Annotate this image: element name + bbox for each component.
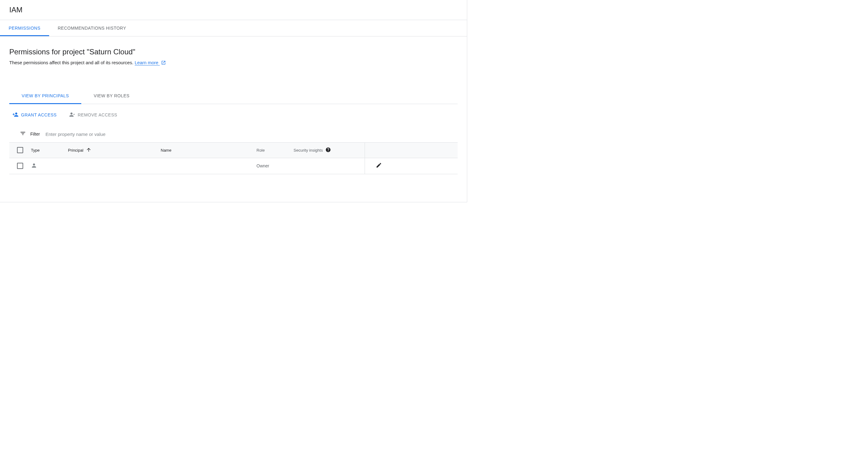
filter-label: Filter <box>30 132 40 136</box>
tab-recommendations-history[interactable]: RECOMMENDATIONS HISTORY <box>49 20 135 36</box>
grant-access-label: GRANT ACCESS <box>21 112 57 117</box>
view-tabs: VIEW BY PRINCIPALS VIEW BY ROLES <box>9 88 458 104</box>
header-type[interactable]: Type <box>31 148 68 153</box>
table-header-row: Type Principal Name Role Security insigh… <box>9 142 458 158</box>
external-link-icon <box>161 60 166 66</box>
filter-bar: Filter <box>0 126 467 142</box>
header-principal[interactable]: Principal <box>68 147 161 154</box>
table-row: Owner <box>9 158 458 174</box>
filter-input[interactable] <box>44 130 458 138</box>
header-security-insights[interactable]: Security insights <box>293 147 365 154</box>
learn-more-label: Learn more <box>135 60 158 65</box>
header-insights-label: Security insights <box>293 148 323 153</box>
top-tabs: PERMISSIONS RECOMMENDATIONS HISTORY <box>0 20 467 36</box>
tab-view-by-principals[interactable]: VIEW BY PRINCIPALS <box>9 88 81 104</box>
page-title: IAM <box>0 0 467 20</box>
help-icon[interactable] <box>326 147 331 154</box>
grant-access-button[interactable]: GRANT ACCESS <box>12 110 57 120</box>
tab-permissions[interactable]: PERMISSIONS <box>0 20 49 36</box>
section-description: These permissions affect this project an… <box>0 60 467 66</box>
remove-access-label: REMOVE ACCESS <box>78 112 117 117</box>
row-role-cell: Owner <box>256 163 293 168</box>
tab-view-by-roles[interactable]: VIEW BY ROLES <box>81 88 142 104</box>
select-all-checkbox[interactable] <box>17 147 23 153</box>
description-text: These permissions affect this project an… <box>9 60 133 65</box>
header-role[interactable]: Role <box>256 148 293 153</box>
person-remove-icon <box>69 111 75 119</box>
learn-more-link[interactable]: Learn more <box>135 60 160 65</box>
remove-access-button[interactable]: REMOVE ACCESS <box>69 110 117 120</box>
row-type-cell <box>31 162 68 169</box>
sort-ascending-icon <box>86 147 91 154</box>
person-add-icon <box>12 111 19 119</box>
header-actions <box>365 143 393 158</box>
section-title: Permissions for project "Saturn Cloud" <box>0 36 467 60</box>
bottom-spacer <box>0 174 467 202</box>
row-checkbox[interactable] <box>17 163 23 169</box>
header-principal-label: Principal <box>68 148 84 153</box>
pencil-icon <box>376 164 382 169</box>
action-bar: GRANT ACCESS REMOVE ACCESS <box>0 104 467 126</box>
edit-button[interactable] <box>376 162 382 169</box>
person-icon <box>31 165 37 169</box>
filter-icon <box>20 130 26 138</box>
principals-table: Type Principal Name Role Security insigh… <box>9 142 458 174</box>
header-name[interactable]: Name <box>161 148 256 153</box>
